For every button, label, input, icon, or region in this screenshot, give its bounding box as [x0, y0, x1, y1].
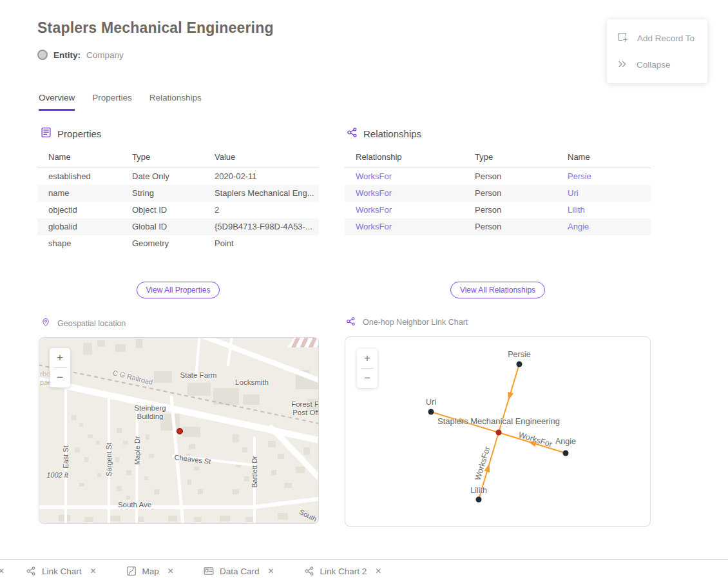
add-record-icon — [617, 32, 628, 44]
record-link[interactable]: Lilith — [568, 202, 651, 218]
close-icon[interactable]: ✕ — [267, 567, 274, 576]
table-row: objectidObject ID2 — [37, 202, 319, 218]
menu-item-label: Collapse — [637, 60, 671, 70]
bottom-tab-data-card[interactable]: Data Card✕ — [204, 566, 274, 576]
tab-label: Map — [142, 567, 159, 576]
table-row: shapeGeometryPoint — [37, 235, 319, 252]
table-row: WorksForPersonLilith — [345, 202, 651, 218]
node-angie[interactable] — [563, 451, 569, 456]
section-title: Relationships — [363, 128, 421, 139]
record-link[interactable]: Persie — [568, 168, 651, 186]
chart-zoom-control: + − — [357, 349, 378, 388]
cell: name — [37, 185, 132, 202]
node-staplers-mechanical-engineering[interactable] — [496, 430, 502, 436]
cell: objectid — [37, 202, 132, 218]
section-title: One-hop Neighbor Link Chart — [363, 318, 468, 327]
cell: established — [37, 168, 132, 186]
cell: Global ID — [132, 218, 215, 235]
tab-properties[interactable]: Properties — [92, 93, 132, 111]
properties-icon — [41, 127, 52, 141]
tab-label: Link Chart 2 — [320, 567, 367, 576]
cell: 2020-02-11 — [215, 168, 319, 186]
record-link[interactable]: Angie — [568, 218, 651, 235]
relationships-icon — [347, 127, 358, 141]
bottom-tab-link-chart[interactable]: Link Chart✕ — [26, 566, 97, 576]
properties-section: Properties NameTypeValue establishedDate… — [37, 127, 319, 311]
edge-arrow-icon — [458, 418, 467, 423]
record-link[interactable]: Uri — [568, 185, 651, 202]
table-header-row: RelationshipTypeName — [345, 148, 651, 168]
zoom-in-button[interactable]: + — [357, 349, 378, 368]
table-row: WorksForPersonUri — [345, 185, 651, 202]
column-header-name: Name — [568, 148, 651, 168]
edge-arrow-icon — [484, 463, 490, 472]
table-header-row: NameTypeValue — [37, 148, 319, 168]
menu-item-collapse[interactable]: Collapse — [607, 52, 707, 78]
edge-arrow-icon — [508, 392, 513, 401]
node-persie[interactable] — [517, 362, 522, 367]
relationships-section: Relationships RelationshipTypeName Works… — [345, 127, 651, 311]
record-link[interactable]: WorksFor — [345, 185, 475, 202]
table-row: WorksForPersonPersie — [345, 168, 651, 186]
entity-badge: Entity: Company — [37, 50, 124, 60]
collapse-icon — [617, 59, 627, 71]
table-row: establishedDate Only2020-02-11 — [37, 168, 319, 186]
section-title: Geospatial location — [57, 319, 126, 328]
geospatial-section: Geospatial location rbourpaedicsC G Rail… — [39, 318, 320, 524]
record-link[interactable]: WorksFor — [345, 218, 475, 235]
entity-type-value: Company — [86, 50, 124, 60]
close-icon[interactable]: ✕ — [0, 567, 7, 576]
column-header-type: Type — [132, 148, 215, 168]
tab-label: Data Card — [220, 567, 260, 576]
cell: Date Only — [132, 168, 215, 186]
column-header-name: Name — [37, 148, 132, 168]
menu-item-add-record-to[interactable]: Add Record To — [607, 24, 707, 52]
cell: Person — [475, 218, 568, 235]
map-view[interactable]: rbourpaedicsC G RailroadState FarmLocksm… — [39, 337, 319, 524]
bottom-tab-link-chart-2[interactable]: Link Chart 2✕ — [304, 566, 382, 576]
view-all-properties-button[interactable]: View All Properties — [137, 282, 220, 298]
cell: globalid — [37, 218, 132, 235]
close-icon[interactable]: ✕ — [90, 567, 97, 576]
tab-relationships[interactable]: Relationships — [149, 93, 202, 111]
menu-item-label: Add Record To — [637, 34, 694, 43]
cell: Point — [215, 235, 319, 252]
bottom-tab-bar: ✕ Link Chart✕Map✕Data Card✕Link Chart 2✕ — [0, 559, 728, 582]
node-uri[interactable] — [428, 409, 434, 415]
page-title: Staplers Mechanical Engineering — [37, 19, 274, 37]
record-link[interactable]: WorksFor — [345, 202, 475, 218]
link-chart-view[interactable]: PersieUriStaplers Mechanical Engineering… — [345, 336, 651, 527]
entity-type-icon — [37, 50, 48, 60]
cell: {5D9B4713-F98D-4A53-... — [215, 218, 319, 235]
relationships-table: RelationshipTypeName WorksForPersonPersi… — [345, 148, 651, 235]
cell: Person — [475, 202, 568, 218]
record-link[interactable]: WorksFor — [345, 168, 475, 186]
zoom-in-button[interactable]: + — [50, 348, 70, 367]
tab-label: Link Chart — [42, 567, 82, 576]
cell: 2 — [215, 202, 319, 218]
cell: shape — [37, 235, 132, 252]
map-icon — [126, 566, 137, 576]
context-menu: Add Record To Collapse — [607, 19, 707, 83]
column-header-type: Type — [475, 148, 568, 168]
cell: Staplers Mechanical Eng... — [215, 185, 319, 202]
link-chart-section: One-hop Neighbor Link Chart PersieUriSta… — [345, 316, 651, 527]
link-chart-canvas — [345, 337, 651, 527]
column-header-relationship: Relationship — [345, 148, 475, 168]
zoom-out-button[interactable]: − — [357, 369, 378, 388]
section-title: Properties — [57, 128, 101, 139]
map-zoom-control: + − — [50, 348, 70, 387]
link-chart-icon — [346, 316, 356, 328]
view-all-relationships-button[interactable]: View All Relationships — [450, 282, 545, 298]
close-icon[interactable]: ✕ — [375, 567, 381, 576]
edge-arrow-icon — [528, 441, 537, 447]
map-marker[interactable] — [177, 428, 183, 434]
tab-overview[interactable]: Overview — [39, 93, 75, 111]
cell: Object ID — [132, 202, 215, 218]
node-lilith[interactable] — [476, 497, 482, 503]
zoom-out-button[interactable]: − — [50, 368, 70, 387]
bottom-tab-map[interactable]: Map✕ — [126, 566, 174, 576]
cell: Person — [475, 168, 568, 186]
close-icon[interactable]: ✕ — [168, 567, 174, 576]
column-header-value: Value — [215, 148, 319, 168]
